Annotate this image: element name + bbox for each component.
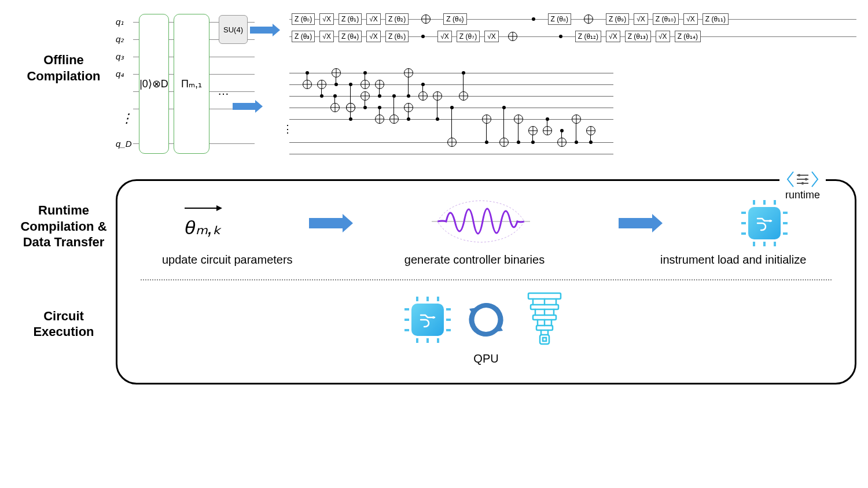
arrow-icon: [309, 218, 344, 228]
qubit-label: q₁: [116, 17, 124, 27]
qpu-label: QPU: [141, 352, 832, 365]
wave-icon: [432, 198, 530, 245]
cnot-target-icon: [508, 32, 517, 41]
svg-point-7: [769, 220, 771, 222]
svg-rect-23: [536, 326, 553, 330]
caption-step3: instrument load and initialize: [646, 253, 820, 267]
runtime-container: runtime θₘ,ₖ: [116, 179, 856, 385]
runtime-tag: runtime: [779, 171, 826, 201]
block-su4: SU(4): [219, 15, 248, 44]
svg-rect-27: [543, 338, 546, 341]
theta-symbol: θₘ,ₖ: [185, 216, 221, 238]
execution-row: [141, 291, 832, 349]
arrow-cnot-decomp: [233, 103, 256, 110]
cnot-target-icon: [584, 14, 593, 24]
gate-row-q1: Z (θ₀) √X Z (θ₁) √X Z (θ₂) Z (θ₆) Z (θ₈)…: [289, 12, 856, 27]
svg-point-8: [432, 316, 435, 319]
qubit-label: q_D: [116, 139, 132, 149]
svg-point-5: [801, 182, 804, 184]
cycle-icon: [466, 300, 506, 340]
runtime-icon: [785, 171, 820, 188]
ellipsis: …: [218, 84, 229, 98]
label-exec: Circuit Execution: [12, 250, 116, 340]
chip-icon: [404, 297, 451, 343]
stage-instrument-load: [741, 200, 788, 246]
ctrl-dot-icon: [421, 35, 425, 38]
stage-gen-binaries: [432, 198, 530, 247]
cnot-network: ⋮: [289, 67, 613, 160]
caption-step1: update circuit parameters: [152, 253, 303, 267]
stage-update-params: θₘ,ₖ: [185, 208, 221, 239]
qubit-label: q₂: [116, 34, 124, 45]
ctrl-dot-icon: [559, 35, 562, 38]
qubit-label: q₄: [116, 69, 124, 79]
block-pi: Πₘ,₁: [174, 14, 209, 154]
arrow-icon: [619, 218, 653, 228]
divider: [141, 279, 832, 280]
svg-point-1: [798, 174, 800, 176]
ctrl-dot-icon: [532, 17, 535, 21]
label-offline: Offline Compilation: [12, 12, 116, 84]
svg-rect-26: [540, 335, 549, 344]
chip-icon: [741, 200, 788, 246]
circuit-high-level: q₁ q₂ q₃ q₄ ⋮ q_D |0⟩⊗D Πₘ,₁ SU(4) …: [116, 12, 255, 162]
svg-point-3: [805, 178, 807, 180]
qubit-label: q₃: [116, 51, 124, 62]
gate-row-q2: Z (θ₃) √X Z (θ₄) √X Z (θ₅) √X Z (θ₇) √X …: [289, 29, 856, 44]
svg-rect-11: [528, 293, 561, 299]
caption-step2: generate controller binaries: [393, 253, 556, 267]
arrow-su4-decomp: [250, 27, 273, 34]
block-state0: |0⟩⊗D: [139, 14, 169, 154]
fridge-icon: [521, 291, 568, 349]
label-runtime: Runtime Compilation & Data Transfer: [12, 173, 116, 250]
cnot-target-icon: [421, 14, 431, 24]
